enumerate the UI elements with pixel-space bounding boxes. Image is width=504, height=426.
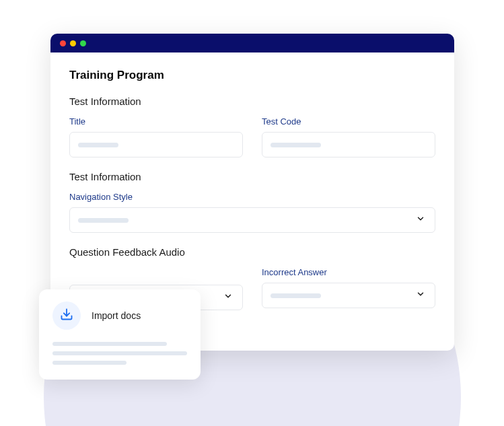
- maximize-icon[interactable]: [80, 40, 86, 46]
- field-test-code: Test Code: [262, 116, 435, 157]
- section-heading-feedback: Question Feedback Audio: [69, 246, 435, 258]
- chevron-down-icon: [223, 291, 233, 304]
- test-code-label: Test Code: [262, 116, 435, 127]
- title-input[interactable]: [69, 132, 243, 157]
- import-docs-card[interactable]: Import docs: [39, 289, 201, 380]
- section-heading-info1: Test Information: [69, 96, 435, 107]
- row-title-code: Title Test Code: [69, 116, 435, 157]
- close-icon[interactable]: [60, 40, 66, 46]
- feedback-left-label: [69, 267, 243, 279]
- download-icon: [60, 308, 73, 324]
- navigation-style-label: Navigation Style: [69, 192, 435, 202]
- placeholder-skeleton: [271, 293, 321, 298]
- placeholder-skeleton: [78, 218, 129, 223]
- skeleton-line: [52, 361, 127, 365]
- window-titlebar: [50, 34, 454, 52]
- import-skeleton: [52, 342, 187, 365]
- skeleton-line: [52, 351, 187, 355]
- title-label: Title: [69, 116, 243, 127]
- test-code-input[interactable]: [262, 132, 435, 157]
- skeleton-line: [52, 342, 167, 346]
- import-title: Import docs: [92, 310, 141, 321]
- import-icon-container: [52, 301, 81, 330]
- field-incorrect-answer: Incorrect Answer: [262, 267, 435, 310]
- page-title: Training Program: [69, 69, 435, 82]
- chevron-down-icon: [416, 289, 425, 301]
- placeholder-skeleton: [271, 143, 321, 147]
- minimize-icon[interactable]: [70, 40, 76, 46]
- incorrect-answer-label: Incorrect Answer: [262, 267, 435, 277]
- placeholder-skeleton: [78, 143, 118, 147]
- navigation-style-select[interactable]: [69, 207, 435, 233]
- import-header: Import docs: [52, 301, 187, 330]
- chevron-down-icon: [416, 214, 425, 226]
- section-heading-info2: Test Information: [69, 171, 435, 182]
- incorrect-answer-select[interactable]: [262, 283, 435, 308]
- field-title: Title: [69, 116, 243, 157]
- field-navigation-style: Navigation Style: [69, 192, 435, 233]
- traffic-lights: [60, 40, 86, 46]
- row-navigation: Navigation Style: [69, 192, 435, 233]
